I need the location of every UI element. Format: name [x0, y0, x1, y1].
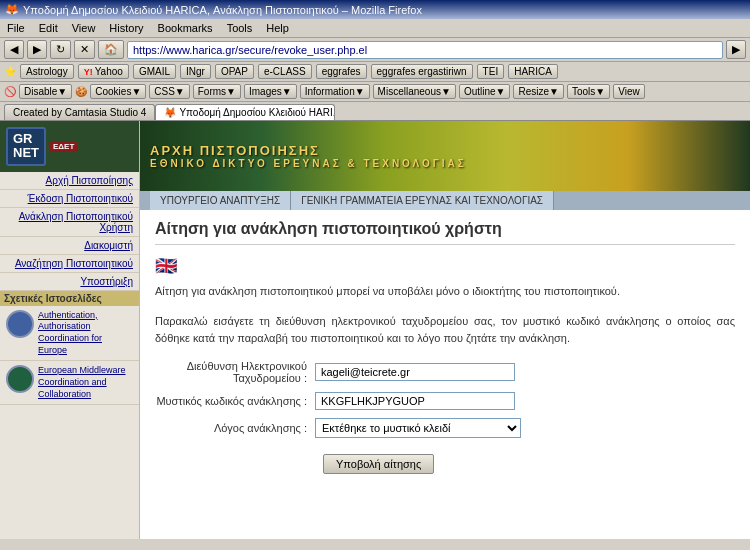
- bookmarks-bar: ⭐ Astrology Y! Yahoo GMAIL INgr OPAP e-C…: [0, 62, 750, 82]
- menu-bookmarks[interactable]: Bookmarks: [155, 21, 216, 35]
- ext-css[interactable]: CSS▼: [149, 84, 189, 99]
- sidebar-org-1: Authentication, Authorisation Coordinati…: [0, 306, 139, 362]
- revoke-form: Διεύθυνση Ηλεκτρονικού Ταχυδρομείου : Μυ…: [155, 360, 735, 474]
- sidebar-item-ypostiriksi[interactable]: Υποστήριξη: [0, 273, 139, 291]
- sidebar-org-text-1[interactable]: Authentication, Authorisation Coordinati…: [38, 310, 133, 357]
- content-area: Αίτηση για ανάκληση πιστοποιητικού χρήστ…: [140, 210, 750, 539]
- sidebar-item-anaklisi[interactable]: Ανάκληση Πιστοποιητικού Χρήστη: [0, 208, 139, 237]
- edet-logo: ΕΔΕΤ: [50, 141, 77, 152]
- ext-cookies[interactable]: Cookies▼: [90, 84, 146, 99]
- sidebar-section-title: Σχετικές Ιστοσελίδες: [0, 291, 139, 306]
- extensions-bar: 🚫 Disable▼ 🍪 Cookies▼ CSS▼ Forms▼ Images…: [0, 82, 750, 102]
- ext-miscellaneous[interactable]: Miscellaneous▼: [373, 84, 456, 99]
- sidebar-org-2: European Middleware Coordination and Col…: [0, 361, 139, 405]
- sidebar-item-ekdosi[interactable]: Έκδοση Πιστοποιητικού: [0, 190, 139, 208]
- address-bar[interactable]: [127, 41, 723, 59]
- menu-help[interactable]: Help: [263, 21, 292, 35]
- reason-label: Λόγος ανάκλησης :: [155, 422, 315, 434]
- sidebar-item-diakomistu[interactable]: Διακομιστή: [0, 237, 139, 255]
- bookmark-eggrafes[interactable]: eggrafes: [316, 64, 367, 79]
- email-label: Διεύθυνση Ηλεκτρονικού Ταχυδρομείου :: [155, 360, 315, 384]
- sub-nav: ΥΠΟΥΡΓΕΙΟ ΑΝΑΠΤΥΞΗΣ ΓΕΝΙΚΗ ΓΡΑΜΜΑΤΕΙΑ ΕΡ…: [140, 191, 750, 210]
- refresh-button[interactable]: ↻: [50, 40, 71, 59]
- sidebar-logo-area: GR NET ΕΔΕΤ: [0, 121, 139, 172]
- ext-forms[interactable]: Forms▼: [193, 84, 241, 99]
- tabs-bar: Created by Camtasia Studio 4 🦊 Υποδομή Δ…: [0, 102, 750, 121]
- window-title: Υποδομή Δημοσίου Κλειδιού HARICA, Ανάκλη…: [23, 4, 422, 16]
- code-input[interactable]: [315, 392, 515, 410]
- bookmark-opap[interactable]: OPAP: [215, 64, 254, 79]
- ext-images[interactable]: Images▼: [244, 84, 297, 99]
- menu-edit[interactable]: Edit: [36, 21, 61, 35]
- sidebar-item-anazitisi[interactable]: Αναζήτηση Πιστοποιητικού: [0, 255, 139, 273]
- bookmark-astrology[interactable]: Astrology: [20, 64, 74, 79]
- nav-toolbar: ◀ ▶ ↻ ✕ 🏠 ▶: [0, 38, 750, 62]
- right-panel: ΑΡΧΗ ΠΙΣΤΟΠΟΙΗΣΗΣ ΕΘΝΙΚΟ ΔΙΚΤΥΟ ΕΡΕΥΝΑΣ …: [140, 121, 750, 539]
- ext-tools[interactable]: Tools▼: [567, 84, 610, 99]
- main-area: GR NET ΕΔΕΤ Αρχή Πιστοποίησης Έκδοση Πισ…: [0, 121, 750, 539]
- title-bar: 🦊 Υποδομή Δημοσίου Κλειδιού HARICA, Ανάκ…: [0, 0, 750, 19]
- home-button[interactable]: 🏠: [98, 40, 124, 59]
- reason-row: Λόγος ανάκλησης : Εκτέθηκε το μυστικό κλ…: [155, 418, 735, 438]
- bookmark-icon: ⭐: [4, 66, 16, 77]
- email-input[interactable]: [315, 363, 515, 381]
- reason-select[interactable]: Εκτέθηκε το μυστικό κλειδί Αλλαγή στοιχε…: [315, 418, 521, 438]
- back-button[interactable]: ◀: [4, 40, 24, 59]
- description-1: Αίτηση για ανάκληση πιστοποιητικού μπορε…: [155, 283, 735, 301]
- go-button[interactable]: ▶: [726, 40, 746, 59]
- tab-icon-harica: 🦊: [164, 107, 176, 118]
- disable-icon: 🚫: [4, 86, 16, 97]
- flag-container: 🇬🇧: [155, 255, 735, 277]
- tab-label-camtasia: Created by Camtasia Studio 4: [13, 107, 146, 118]
- menu-bar: File Edit View History Bookmarks Tools H…: [0, 19, 750, 38]
- bookmark-yahoo[interactable]: Y! Yahoo: [78, 64, 129, 79]
- tab-camtasia[interactable]: Created by Camtasia Studio 4: [4, 104, 155, 120]
- ext-information[interactable]: Information▼: [300, 84, 370, 99]
- bookmark-eclass[interactable]: e-CLASS: [258, 64, 312, 79]
- tab-label-harica: Υποδομή Δημοσίου Κλειδιού ΗΑRI...: [179, 107, 335, 118]
- code-label: Μυστικός κωδικός ανάκλησης :: [155, 395, 315, 407]
- bookmark-harica[interactable]: HARICA: [508, 64, 558, 79]
- grnet-logo: GR NET: [6, 127, 46, 166]
- sidebar-item-arch[interactable]: Αρχή Πιστοποίησης: [0, 172, 139, 190]
- sidebar: GR NET ΕΔΕΤ Αρχή Πιστοποίησης Έκδοση Πισ…: [0, 121, 140, 539]
- bookmark-eggrafes-ergastiriwn[interactable]: eggrafes ergastiriwn: [371, 64, 473, 79]
- tab-harica[interactable]: 🦊 Υποδομή Δημοσίου Κλειδιού ΗΑRI... ✕: [155, 104, 335, 120]
- sub-nav-item-1[interactable]: ΓΕΝΙΚΗ ΓΡΑΜΜΑΤΕΙΑ ΕΡΕΥΝΑΣ ΚΑΙ ΤΕΧΝΟΛΟΓΙΑ…: [291, 191, 554, 210]
- header-line2: ΕΘΝΙΚΟ ΔΙΚΤΥΟ ΕΡΕΥΝΑΣ & ΤΕΧΝΟΛΟΓΙΑΣ: [150, 158, 467, 169]
- bookmark-gmail[interactable]: GMAIL: [133, 64, 176, 79]
- stop-button[interactable]: ✕: [74, 40, 95, 59]
- code-row: Μυστικός κωδικός ανάκλησης :: [155, 392, 735, 410]
- description-2: Παρακαλώ εισάγετε τη διεύθυνση ηλεκτρονι…: [155, 313, 735, 348]
- menu-file[interactable]: File: [4, 21, 28, 35]
- org-icon-2: [6, 365, 34, 393]
- flag-icon: 🇬🇧: [155, 256, 177, 276]
- sidebar-org-text-2[interactable]: European Middleware Coordination and Col…: [38, 365, 133, 400]
- header-banner: ΑΡΧΗ ΠΙΣΤΟΠΟΙΗΣΗΣ ΕΘΝΙΚΟ ΔΙΚΤΥΟ ΕΡΕΥΝΑΣ …: [140, 121, 750, 191]
- page-title: Αίτηση για ανάκληση πιστοποιητικού χρήστ…: [155, 220, 735, 245]
- sidebar-nav: Αρχή Πιστοποίησης Έκδοση Πιστοποιητικού …: [0, 172, 139, 291]
- ext-view[interactable]: View: [613, 84, 645, 99]
- bookmark-tei[interactable]: TEI: [477, 64, 505, 79]
- email-row: Διεύθυνση Ηλεκτρονικού Ταχυδρομείου :: [155, 360, 735, 384]
- submit-button[interactable]: Υποβολή αίτησης: [323, 454, 434, 474]
- ext-outline[interactable]: Outline▼: [459, 84, 511, 99]
- menu-history[interactable]: History: [106, 21, 146, 35]
- menu-view[interactable]: View: [69, 21, 99, 35]
- org-icon-1: [6, 310, 34, 338]
- ext-resize[interactable]: Resize▼: [513, 84, 563, 99]
- bookmark-ingr[interactable]: INgr: [180, 64, 211, 79]
- sub-nav-item-0[interactable]: ΥΠΟΥΡΓΕΙΟ ΑΝΑΠΤΥΞΗΣ: [150, 191, 291, 210]
- menu-tools[interactable]: Tools: [224, 21, 256, 35]
- browser-icon: 🦊: [5, 3, 19, 16]
- forward-button[interactable]: ▶: [27, 40, 47, 59]
- header-line1: ΑΡΧΗ ΠΙΣΤΟΠΟΙΗΣΗΣ: [150, 143, 467, 158]
- ext-disable[interactable]: Disable▼: [19, 84, 72, 99]
- ext-icon-1: 🍪: [75, 86, 87, 97]
